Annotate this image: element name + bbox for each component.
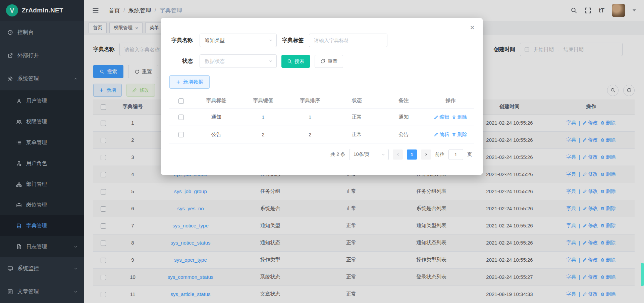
add-data-button[interactable]: 新增数据 — [169, 75, 210, 89]
chevron-down-icon — [268, 38, 273, 43]
page-size-select[interactable]: 10条/页 — [349, 149, 389, 160]
status-label: 状态 — [169, 58, 193, 65]
dict-data-dialog: × 字典名称 通知类型 字典标签 状态 数据状态 搜索 重置 新增数据 — [161, 18, 483, 175]
status-select[interactable]: 数据状态 — [200, 54, 277, 68]
edit-action-link[interactable]: 编辑 — [434, 131, 449, 138]
scrollbar-thumb[interactable] — [641, 263, 644, 286]
dict-name-select[interactable]: 通知类型 — [200, 34, 277, 47]
dict-label-label: 字典标签 — [282, 37, 304, 44]
plus-icon — [176, 80, 181, 85]
table-header-row: 字典标签 字典键值 字典排序 状态 备注 操作 — [169, 93, 474, 108]
modal-search-button[interactable]: 搜索 — [281, 55, 310, 68]
delete-action-link[interactable]: 删除 — [452, 131, 467, 138]
cell-status: 正常 — [333, 108, 380, 126]
pagination: 共 2 条 10条/页 1 前往 页 — [169, 149, 474, 160]
row-checkbox[interactable] — [178, 132, 184, 137]
pencil-icon — [434, 132, 438, 137]
goto-label: 前往 — [435, 152, 444, 158]
select-all-checkbox[interactable] — [178, 98, 184, 104]
col-dict-label: 字典标签 — [193, 93, 240, 108]
page-number-button[interactable]: 1 — [407, 149, 417, 160]
goto-page-input[interactable] — [448, 149, 463, 160]
trash-icon — [452, 115, 456, 119]
next-page-button[interactable] — [421, 149, 431, 160]
refresh-icon — [320, 59, 325, 64]
dict-name-label: 字典名称 — [169, 37, 193, 44]
prev-page-button[interactable] — [393, 149, 403, 160]
close-icon[interactable]: × — [470, 24, 475, 32]
delete-action-link[interactable]: 删除 — [452, 114, 467, 120]
pagination-total: 共 2 条 — [330, 152, 345, 158]
dict-label-input[interactable] — [309, 34, 387, 47]
cell-dict-value: 1 — [240, 108, 287, 126]
col-dict-value: 字典键值 — [240, 93, 287, 108]
cell-dict-value: 2 — [240, 126, 287, 143]
modal-filter-row-2: 状态 数据状态 搜索 重置 — [169, 54, 474, 68]
search-icon — [287, 59, 292, 64]
edit-action-link[interactable]: 编辑 — [434, 114, 449, 120]
col-dict-sort: 字典排序 — [286, 93, 333, 108]
cell-status: 正常 — [333, 126, 380, 143]
chevron-down-icon — [381, 152, 386, 157]
arrow-right-icon — [424, 152, 428, 157]
col-actions: 操作 — [427, 93, 474, 108]
col-remark: 备注 — [380, 93, 427, 108]
cell-dict-label: 通知 — [193, 108, 240, 126]
col-status: 状态 — [333, 93, 380, 108]
row-checkbox[interactable] — [178, 115, 184, 120]
table-row: 通知 1 1 正常 通知 编辑删除 — [169, 108, 474, 126]
table-row: 公告 2 2 正常 公告 编辑删除 — [169, 126, 474, 143]
arrow-left-icon — [396, 152, 400, 157]
cell-dict-label: 公告 — [193, 126, 240, 143]
page-unit-label: 页 — [467, 152, 472, 158]
modal-filter-row-1: 字典名称 通知类型 字典标签 — [169, 34, 474, 47]
cell-dict-sort: 1 — [286, 108, 333, 126]
modal-reset-button[interactable]: 重置 — [315, 55, 343, 68]
trash-icon — [452, 132, 456, 137]
cell-remark: 公告 — [380, 126, 427, 143]
cell-remark: 通知 — [380, 108, 427, 126]
chevron-down-icon — [268, 59, 273, 63]
dict-data-table: 字典标签 字典键值 字典排序 状态 备注 操作 通知 1 1 正常 通知 编辑删… — [169, 93, 474, 143]
cell-dict-sort: 2 — [286, 126, 333, 143]
pencil-icon — [434, 115, 438, 119]
